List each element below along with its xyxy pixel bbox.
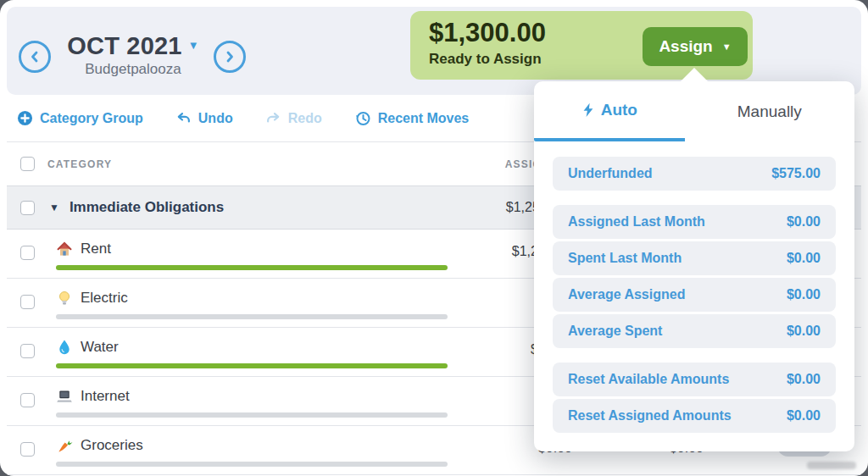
popup-section-gap <box>553 193 836 205</box>
progress-bar <box>56 462 448 467</box>
budget-name: Budgetpalooza <box>54 61 212 78</box>
ready-to-assign-amount: $1,300.00 <box>429 18 546 48</box>
month-label: OCT 2021 <box>67 32 181 59</box>
history-clock-icon <box>354 110 371 127</box>
progress-bar <box>56 265 448 270</box>
popup-body: Underfunded $575.00 Assigned Last Month … <box>534 141 854 433</box>
category-name[interactable]: Internet <box>81 388 130 405</box>
row-checkbox[interactable] <box>20 393 35 407</box>
popup-option-spent-last-month[interactable]: Spent Last Month $0.00 <box>553 241 836 275</box>
progress-bar <box>56 314 448 319</box>
progress-bar <box>56 412 448 418</box>
category-column-header: CATEGORY <box>47 158 442 170</box>
house-icon <box>56 241 73 257</box>
tab-manually[interactable]: Manually <box>685 81 854 141</box>
add-category-group-button[interactable]: Category Group <box>17 110 143 126</box>
popup-option-assigned-last-month[interactable]: Assigned Last Month $0.00 <box>553 205 836 239</box>
assign-money-popup: Auto Manually Underfunded $575.00 Assign… <box>534 81 854 451</box>
popup-section-gap <box>553 351 836 363</box>
lightning-bolt-icon <box>581 102 595 118</box>
chevron-down-icon: ▼ <box>188 39 199 52</box>
group-checkbox[interactable] <box>20 201 35 215</box>
row-checkbox[interactable] <box>20 344 35 358</box>
popup-option-reset-assigned[interactable]: Reset Assigned Amounts $0.00 <box>553 399 836 433</box>
previous-month-button[interactable] <box>19 41 51 73</box>
watermark <box>807 462 856 469</box>
redo-icon <box>265 110 281 126</box>
row-checkbox[interactable] <box>20 295 35 309</box>
popup-option-reset-available[interactable]: Reset Available Amounts $0.00 <box>553 363 836 396</box>
popup-option-average-spent[interactable]: Average Spent $0.00 <box>553 314 836 348</box>
popup-tabs: Auto Manually <box>534 81 854 141</box>
undo-button[interactable]: Undo <box>175 110 233 126</box>
category-name[interactable]: Groceries <box>81 437 143 454</box>
budget-app-window: OCT 2021▼ Budgetpalooza $1,300.00 Ready … <box>0 0 868 476</box>
category-name[interactable]: Water <box>81 339 119 356</box>
category-name[interactable]: Electric <box>81 290 128 307</box>
laptop-icon <box>56 388 73 405</box>
redo-button[interactable]: Redo <box>265 110 322 126</box>
chevron-left-icon <box>28 50 42 64</box>
popup-option-average-assigned[interactable]: Average Assigned $0.00 <box>553 278 836 312</box>
carrot-icon <box>56 437 73 454</box>
month-selector[interactable]: OCT 2021▼ Budgetpalooza <box>54 32 212 78</box>
chevron-right-icon <box>223 50 236 64</box>
chevron-down-icon: ▼ <box>722 42 732 52</box>
group-name: Immediate Obligations <box>70 199 224 216</box>
category-name[interactable]: Rent <box>81 241 111 257</box>
select-all-checkbox[interactable] <box>20 157 35 171</box>
next-month-button[interactable] <box>214 41 246 73</box>
progress-bar <box>56 363 448 368</box>
recent-moves-button[interactable]: Recent Moves <box>354 110 470 127</box>
assign-button-label: Assign <box>659 37 712 56</box>
row-checkbox[interactable] <box>20 442 35 457</box>
tab-auto[interactable]: Auto <box>534 81 685 141</box>
assign-button[interactable]: Assign ▼ <box>643 27 748 66</box>
lightbulb-icon <box>56 290 73 307</box>
row-checkbox[interactable] <box>20 246 35 260</box>
undo-icon <box>175 110 192 126</box>
ready-to-assign-label: Ready to Assign <box>429 51 542 68</box>
water-drop-icon <box>56 339 73 356</box>
popup-caret <box>680 68 709 82</box>
popup-option-underfunded[interactable]: Underfunded $575.00 <box>553 157 836 191</box>
collapse-triangle-icon[interactable]: ▼ <box>49 202 59 213</box>
plus-circle-icon <box>17 110 33 126</box>
